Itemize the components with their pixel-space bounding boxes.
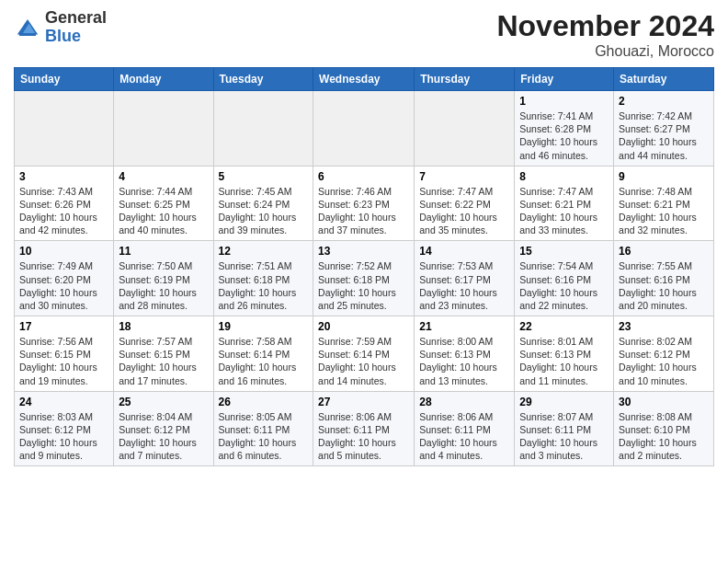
day-info: Sunrise: 7:41 AMSunset: 6:28 PMDaylight:… xyxy=(519,109,609,162)
header-thursday: Thursday xyxy=(415,68,515,91)
day-info: Sunrise: 8:05 AMSunset: 6:11 PMDaylight:… xyxy=(219,410,309,463)
calendar-cell: 27Sunrise: 8:06 AMSunset: 6:11 PMDayligh… xyxy=(313,391,415,466)
day-number: 1 xyxy=(519,95,609,108)
calendar-cell: 26Sunrise: 8:05 AMSunset: 6:11 PMDayligh… xyxy=(213,391,313,466)
header-wednesday: Wednesday xyxy=(313,68,415,91)
day-number: 28 xyxy=(419,396,509,408)
header-friday: Friday xyxy=(515,68,614,91)
calendar-cell: 22Sunrise: 8:01 AMSunset: 6:13 PMDayligh… xyxy=(515,316,614,392)
day-info: Sunrise: 8:03 AMSunset: 6:12 PMDaylight:… xyxy=(19,410,108,463)
page: General Blue November 2024 Ghouazi, Moro… xyxy=(0,0,728,476)
svg-rect-2 xyxy=(19,33,36,36)
day-number: 12 xyxy=(219,245,309,258)
day-info: Sunrise: 7:45 AMSunset: 6:24 PMDaylight:… xyxy=(219,185,309,237)
day-info: Sunrise: 7:49 AMSunset: 6:20 PMDaylight:… xyxy=(19,259,108,312)
calendar-cell: 18Sunrise: 7:57 AMSunset: 6:15 PMDayligh… xyxy=(114,316,213,392)
page-subtitle: Ghouazi, Morocco xyxy=(496,43,714,60)
page-title: November 2024 xyxy=(496,9,714,43)
calendar-cell: 28Sunrise: 8:06 AMSunset: 6:11 PMDayligh… xyxy=(415,391,515,466)
day-number: 2 xyxy=(619,95,709,108)
day-info: Sunrise: 8:07 AMSunset: 6:11 PMDaylight:… xyxy=(519,410,609,463)
day-info: Sunrise: 7:57 AMSunset: 6:15 PMDaylight:… xyxy=(119,335,208,387)
day-info: Sunrise: 7:43 AMSunset: 6:26 PMDaylight:… xyxy=(19,185,108,237)
calendar-week-1: 3Sunrise: 7:43 AMSunset: 6:26 PMDaylight… xyxy=(15,166,714,241)
day-number: 18 xyxy=(119,320,208,333)
calendar-cell xyxy=(415,91,515,167)
calendar-week-3: 17Sunrise: 7:56 AMSunset: 6:15 PMDayligh… xyxy=(15,316,714,392)
calendar-header: Sunday Monday Tuesday Wednesday Thursday… xyxy=(15,68,714,91)
calendar-cell: 30Sunrise: 8:08 AMSunset: 6:10 PMDayligh… xyxy=(614,391,714,466)
logo-text: General Blue xyxy=(45,9,107,46)
day-number: 5 xyxy=(219,170,309,183)
day-info: Sunrise: 7:54 AMSunset: 6:16 PMDaylight:… xyxy=(519,259,609,312)
calendar-week-2: 10Sunrise: 7:49 AMSunset: 6:20 PMDayligh… xyxy=(15,241,714,316)
day-number: 20 xyxy=(318,320,409,333)
calendar-cell: 16Sunrise: 7:55 AMSunset: 6:16 PMDayligh… xyxy=(614,241,714,316)
calendar-cell xyxy=(15,91,114,167)
day-number: 23 xyxy=(619,320,709,333)
day-info: Sunrise: 8:04 AMSunset: 6:12 PMDaylight:… xyxy=(119,410,208,463)
calendar-cell: 2Sunrise: 7:42 AMSunset: 6:27 PMDaylight… xyxy=(614,91,714,167)
day-number: 19 xyxy=(219,320,309,333)
header: General Blue November 2024 Ghouazi, Moro… xyxy=(14,9,714,60)
calendar-cell: 3Sunrise: 7:43 AMSunset: 6:26 PMDaylight… xyxy=(15,166,114,241)
logo-blue: Blue xyxy=(45,27,81,45)
day-number: 10 xyxy=(19,245,108,258)
day-info: Sunrise: 7:59 AMSunset: 6:14 PMDaylight:… xyxy=(318,335,409,387)
day-info: Sunrise: 7:42 AMSunset: 6:27 PMDaylight:… xyxy=(619,109,709,162)
calendar-cell: 23Sunrise: 8:02 AMSunset: 6:12 PMDayligh… xyxy=(614,316,714,392)
day-number: 7 xyxy=(419,170,509,183)
day-number: 6 xyxy=(318,170,409,183)
day-info: Sunrise: 7:53 AMSunset: 6:17 PMDaylight:… xyxy=(419,259,509,312)
day-number: 26 xyxy=(219,396,309,408)
calendar-body: 1Sunrise: 7:41 AMSunset: 6:28 PMDaylight… xyxy=(15,91,714,466)
calendar-cell: 4Sunrise: 7:44 AMSunset: 6:25 PMDaylight… xyxy=(114,166,213,241)
day-info: Sunrise: 8:01 AMSunset: 6:13 PMDaylight:… xyxy=(519,335,609,387)
day-number: 4 xyxy=(119,170,208,183)
calendar-cell: 11Sunrise: 7:50 AMSunset: 6:19 PMDayligh… xyxy=(114,241,213,316)
calendar-week-4: 24Sunrise: 8:03 AMSunset: 6:12 PMDayligh… xyxy=(15,391,714,466)
day-info: Sunrise: 8:02 AMSunset: 6:12 PMDaylight:… xyxy=(619,335,709,387)
calendar-cell: 1Sunrise: 7:41 AMSunset: 6:28 PMDaylight… xyxy=(515,91,614,167)
day-info: Sunrise: 7:47 AMSunset: 6:21 PMDaylight:… xyxy=(519,185,609,237)
calendar-cell: 25Sunrise: 8:04 AMSunset: 6:12 PMDayligh… xyxy=(114,391,213,466)
day-info: Sunrise: 8:06 AMSunset: 6:11 PMDaylight:… xyxy=(318,410,409,463)
logo: General Blue xyxy=(14,9,107,46)
day-number: 13 xyxy=(318,245,409,258)
calendar-cell xyxy=(313,91,415,167)
day-number: 24 xyxy=(19,396,108,408)
calendar-cell: 14Sunrise: 7:53 AMSunset: 6:17 PMDayligh… xyxy=(415,241,515,316)
calendar-cell: 10Sunrise: 7:49 AMSunset: 6:20 PMDayligh… xyxy=(15,241,114,316)
calendar-cell: 24Sunrise: 8:03 AMSunset: 6:12 PMDayligh… xyxy=(15,391,114,466)
calendar-week-0: 1Sunrise: 7:41 AMSunset: 6:28 PMDaylight… xyxy=(15,91,714,167)
calendar-cell: 20Sunrise: 7:59 AMSunset: 6:14 PMDayligh… xyxy=(313,316,415,392)
logo-general: General xyxy=(45,8,107,27)
day-info: Sunrise: 8:08 AMSunset: 6:10 PMDaylight:… xyxy=(619,410,709,463)
day-info: Sunrise: 7:48 AMSunset: 6:21 PMDaylight:… xyxy=(619,185,709,237)
title-block: November 2024 Ghouazi, Morocco xyxy=(496,9,714,60)
day-number: 27 xyxy=(318,396,409,408)
day-number: 17 xyxy=(19,320,108,333)
calendar-cell: 17Sunrise: 7:56 AMSunset: 6:15 PMDayligh… xyxy=(15,316,114,392)
day-info: Sunrise: 7:56 AMSunset: 6:15 PMDaylight:… xyxy=(19,335,108,387)
calendar-cell xyxy=(213,91,313,167)
day-info: Sunrise: 7:46 AMSunset: 6:23 PMDaylight:… xyxy=(318,185,409,237)
day-info: Sunrise: 7:50 AMSunset: 6:19 PMDaylight:… xyxy=(119,259,208,312)
day-info: Sunrise: 7:52 AMSunset: 6:18 PMDaylight:… xyxy=(318,259,409,312)
calendar-cell xyxy=(114,91,213,167)
day-number: 11 xyxy=(119,245,208,258)
day-number: 25 xyxy=(119,396,208,408)
day-info: Sunrise: 7:44 AMSunset: 6:25 PMDaylight:… xyxy=(119,185,208,237)
calendar-cell: 19Sunrise: 7:58 AMSunset: 6:14 PMDayligh… xyxy=(213,316,313,392)
day-info: Sunrise: 7:51 AMSunset: 6:18 PMDaylight:… xyxy=(219,259,309,312)
logo-icon xyxy=(14,14,41,41)
day-number: 9 xyxy=(619,170,709,183)
calendar-cell: 7Sunrise: 7:47 AMSunset: 6:22 PMDaylight… xyxy=(415,166,515,241)
header-saturday: Saturday xyxy=(614,68,714,91)
calendar: Sunday Monday Tuesday Wednesday Thursday… xyxy=(14,67,714,466)
calendar-cell: 8Sunrise: 7:47 AMSunset: 6:21 PMDaylight… xyxy=(515,166,614,241)
day-info: Sunrise: 7:58 AMSunset: 6:14 PMDaylight:… xyxy=(219,335,309,387)
day-number: 30 xyxy=(619,396,709,408)
day-info: Sunrise: 7:55 AMSunset: 6:16 PMDaylight:… xyxy=(619,259,709,312)
calendar-cell: 9Sunrise: 7:48 AMSunset: 6:21 PMDaylight… xyxy=(614,166,714,241)
